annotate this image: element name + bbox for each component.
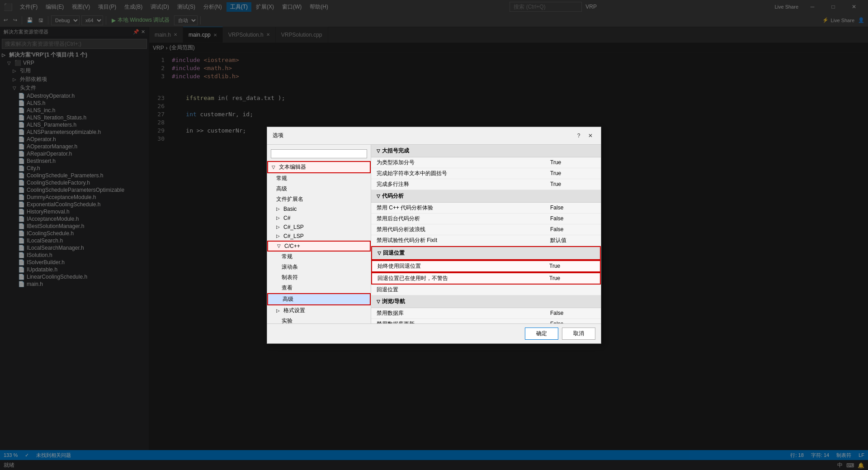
- tree-item-label: C#_LSP: [283, 224, 304, 230]
- modal-close-button[interactable]: ✕: [585, 131, 595, 141]
- options-row[interactable]: 禁用代码分析波浪线 False: [371, 224, 601, 235]
- options-row-highlighted[interactable]: 回退位置已在使用时，不警告 True: [371, 272, 601, 285]
- expand-arrow: ▽: [277, 243, 283, 248]
- tree-item-label: 制表符: [282, 274, 298, 281]
- tree-item-label: 常规: [282, 253, 292, 261]
- options-tree-general[interactable]: 常规: [267, 173, 371, 184]
- modal-overlay[interactable]: 选项 ? ✕ ▽ 文本编辑器 常规 高级: [0, 0, 868, 470]
- options-tree-basic[interactable]: ▷ Basic: [267, 204, 371, 214]
- option-value: False: [550, 204, 595, 211]
- options-row[interactable]: 为类型添加分号 True: [371, 157, 601, 168]
- modal-help-button[interactable]: ?: [574, 131, 584, 141]
- options-tree-file-ext[interactable]: 文件扩展名: [267, 194, 371, 204]
- options-row[interactable]: 禁用后台代码分析 False: [371, 214, 601, 224]
- collapse-arrow: ▽: [377, 148, 380, 153]
- options-row[interactable]: 完成多行注释 True: [371, 179, 601, 190]
- modal-body: ▽ 文本编辑器 常规 高级 文件扩展名 ▷ Basic ▷: [267, 145, 601, 323]
- tree-item-label: Basic: [283, 206, 297, 212]
- modal-search-input[interactable]: [271, 149, 367, 158]
- modal-search: [267, 147, 371, 161]
- tree-item-label: 常规: [276, 175, 287, 182]
- modal-header-buttons: ? ✕: [574, 131, 595, 141]
- tree-item-label: 高级: [283, 295, 293, 303]
- options-tree-experiment[interactable]: 实验: [267, 316, 371, 323]
- tree-item-label: 滚动条: [282, 263, 298, 271]
- options-tree-cpp-tabs[interactable]: 制表符: [267, 272, 371, 283]
- option-label: 完成多行注释: [377, 180, 550, 188]
- options-tree-format[interactable]: ▷ 格式设置: [267, 305, 371, 316]
- tree-item-label: 查看: [282, 284, 292, 292]
- expand-arrow: ▷: [276, 308, 282, 313]
- option-label: 回退位置: [377, 286, 550, 294]
- ok-button[interactable]: 确定: [525, 328, 558, 340]
- option-label: 禁用试验性代码分析 FixIt: [377, 237, 550, 244]
- cancel-button[interactable]: 取消: [562, 328, 595, 340]
- expand-arrow: ▷: [276, 224, 282, 229]
- collapse-arrow: ▽: [377, 299, 380, 304]
- options-tree-cpp-scrollbars[interactable]: 滚动条: [267, 262, 371, 272]
- option-value: True: [549, 275, 594, 281]
- section-label: 代码分析: [382, 192, 404, 200]
- tree-item-label: 文件扩展名: [276, 195, 303, 203]
- options-tree-csharp-lsp-1[interactable]: ▷ C#_LSP: [267, 223, 371, 232]
- option-label: 禁用代码分析波浪线: [377, 226, 550, 233]
- expand-arrow: ▷: [276, 233, 282, 238]
- options-tree-cpp-view[interactable]: 查看: [267, 283, 371, 293]
- options-tree-cpp-general[interactable]: 常规: [267, 252, 371, 262]
- options-row[interactable]: 禁用数据库 False: [371, 308, 601, 319]
- tree-item-label: 格式设置: [283, 307, 305, 314]
- options-dialog: 选项 ? ✕ ▽ 文本编辑器 常规 高级: [267, 127, 601, 344]
- collapse-arrow: ▽: [377, 194, 380, 199]
- expand-arrow: ▷: [276, 206, 282, 211]
- options-row[interactable]: 禁用 C++ 代码分析体验 False: [371, 203, 601, 214]
- tree-item-label: 实验: [282, 317, 292, 323]
- option-value: True: [550, 170, 595, 176]
- option-value: 默认值: [550, 237, 595, 244]
- expand-arrow: ▷: [276, 215, 282, 220]
- modal-left-panel: ▽ 文本编辑器 常规 高级 文件扩展名 ▷ Basic ▷: [267, 145, 371, 323]
- option-label: 禁用数据库更新: [377, 320, 550, 323]
- options-tree-csharp[interactable]: ▷ C#: [267, 214, 371, 223]
- modal-title: 选项: [273, 132, 283, 139]
- options-row[interactable]: 禁用数据库更新 False: [371, 319, 601, 323]
- tree-item-label: 文本编辑器: [279, 163, 306, 171]
- options-row-highlighted[interactable]: 始终使用回退位置 True: [371, 260, 601, 272]
- option-label: 始终使用回退位置: [377, 262, 549, 270]
- option-value: True: [550, 181, 595, 187]
- tree-item-label: 高级: [276, 185, 287, 193]
- options-row[interactable]: 回退位置: [371, 285, 601, 295]
- option-value: False: [550, 310, 595, 316]
- modal-header: 选项 ? ✕: [267, 127, 601, 145]
- section-code-analysis: ▽ 代码分析: [371, 190, 601, 203]
- option-value: False: [550, 226, 595, 233]
- modal-footer: 确定 取消: [267, 323, 601, 343]
- collapse-arrow: ▽: [377, 251, 381, 256]
- options-tree-csharp-lsp-2[interactable]: ▷ C#_LSP: [267, 232, 371, 241]
- section-fallback-location: ▽ 回退位置: [371, 246, 601, 260]
- tree-item-label: C#_LSP: [283, 233, 304, 239]
- tree-item-label: C/C++: [284, 243, 300, 249]
- options-tree-cpp[interactable]: ▽ C/C++: [267, 241, 371, 252]
- option-label: 禁用 C++ 代码分析体验: [377, 204, 550, 212]
- options-row[interactable]: 完成始字符串文本中的圆括号 True: [371, 168, 601, 179]
- option-value: True: [549, 263, 594, 269]
- modal-right-panel: ▽ 大括号完成 为类型添加分号 True 完成始字符串文本中的圆括号 True …: [371, 145, 601, 323]
- section-label: 大括号完成: [382, 147, 409, 155]
- option-label: 禁用数据库: [377, 309, 550, 317]
- expand-arrow: ▽: [272, 165, 277, 170]
- options-row[interactable]: 禁用试验性代码分析 FixIt 默认值: [371, 235, 601, 246]
- section-label: 回退位置: [383, 249, 405, 257]
- option-label: 为类型添加分号: [377, 159, 550, 166]
- option-value: True: [550, 159, 595, 166]
- option-label: 完成始字符串文本中的圆括号: [377, 170, 550, 177]
- option-value: False: [550, 215, 595, 222]
- section-brace-completion: ▽ 大括号完成: [371, 145, 601, 157]
- options-tree-advanced[interactable]: 高级: [267, 184, 371, 194]
- section-navigation: ▽ 浏览/导航: [371, 295, 601, 308]
- option-label: 禁用后台代码分析: [377, 215, 550, 223]
- options-tree-cpp-advanced[interactable]: 高级: [267, 293, 371, 305]
- section-label: 浏览/导航: [382, 298, 405, 305]
- options-tree-text-editor[interactable]: ▽ 文本编辑器: [267, 161, 371, 173]
- tree-item-label: C#: [283, 215, 290, 221]
- option-label: 回退位置已在使用时，不警告: [377, 275, 549, 282]
